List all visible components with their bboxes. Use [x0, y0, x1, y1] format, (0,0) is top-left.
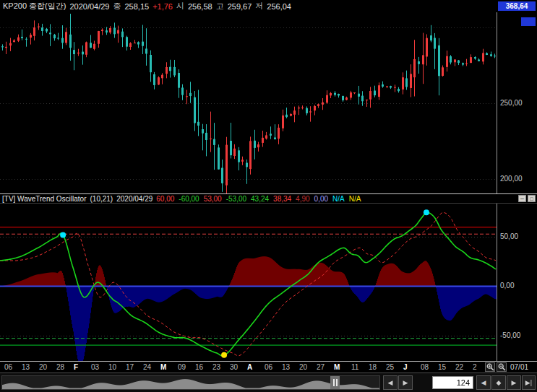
oscillator-value: 38,34: [273, 195, 291, 203]
open-label: 시: [176, 1, 184, 12]
time-axis-label: F: [74, 363, 78, 371]
page-marker-button[interactable]: ◆: [491, 375, 506, 390]
oscillator-value: 60,00: [156, 195, 174, 203]
low-value: 256,04: [267, 2, 291, 11]
chart-title-bar: KP200 종합(일간) 2020/04/29 종 258,15 +1,76 시…: [0, 0, 537, 12]
zoom-in-icon[interactable]: [485, 362, 495, 372]
time-axis-label: 06: [265, 363, 272, 371]
time-axis-label: 20: [39, 363, 47, 371]
scroll-right-button[interactable]: ▶: [398, 375, 413, 390]
page-forward-button[interactable]: ▶: [507, 375, 521, 390]
time-axis-label: 13: [282, 363, 290, 371]
time-axis-label: 13: [22, 363, 30, 371]
oscillator-axis-label: -50,00: [500, 331, 520, 339]
change-value: +1,76: [152, 2, 173, 11]
close-label: 종: [113, 1, 121, 12]
time-axis-label: M: [334, 363, 340, 371]
axis-end-date: 07/01: [510, 363, 528, 371]
time-axis-label: 17: [126, 363, 134, 371]
scrollbar-minimap: [2, 376, 379, 389]
high-label: 고: [216, 1, 224, 12]
time-axis-label: 27: [317, 363, 325, 371]
oscillator-axis-label: 0,00: [500, 282, 514, 289]
time-axis-label: 03: [91, 363, 99, 371]
low-label: 저: [255, 1, 263, 12]
price-axis[interactable]: 250,00200,00: [497, 12, 537, 193]
page-back-button[interactable]: ◀: [476, 375, 491, 390]
oscillator-axis-label: 50,00: [500, 232, 518, 240]
time-axis-label: 25: [386, 363, 394, 371]
close-value: 258,15: [124, 2, 149, 11]
bottom-toolbar: ◀ ▶ ◀ ◆ ▶ ▶|: [0, 373, 537, 392]
page-end-button[interactable]: ▶|: [522, 375, 536, 390]
chart-application: KP200 종합(일간) 2020/04/29 종 258,15 +1,76 시…: [0, 0, 537, 392]
chart-scrollbar[interactable]: [1, 375, 380, 390]
time-axis-label: 08: [421, 363, 429, 371]
time-axis-label: 09: [178, 363, 186, 371]
time-axis-label: 18: [369, 363, 377, 371]
candlestick-chart[interactable]: [0, 12, 497, 193]
scroll-left-button[interactable]: ◀: [383, 375, 398, 390]
time-axis-label: 2: [473, 363, 477, 371]
time-axis-label: 22: [455, 363, 463, 371]
time-axis-label: M: [160, 363, 166, 371]
price-axis-marker: [521, 17, 536, 26]
oscillator-value: N/A: [349, 195, 361, 203]
time-axis-label: 06: [4, 363, 12, 371]
time-axis-label: 28: [56, 363, 64, 371]
oscillator-axis[interactable]: 50,000,00-50,00: [497, 204, 537, 361]
oscillator-header[interactable]: [TV] WaveTrend Oscillator (10,21) 2020/0…: [0, 193, 537, 204]
quote-date: 2020/04/29: [69, 2, 109, 11]
time-axis-label: 24: [143, 363, 151, 371]
oscillator-params: (10,21): [90, 195, 113, 203]
oscillator-value: 4,90: [296, 195, 309, 203]
time-axis-label: 16: [195, 363, 203, 371]
panel-minimize-button[interactable]: ─: [518, 195, 526, 202]
time-axis-label: A: [247, 363, 252, 371]
wavetrend-oscillator-chart[interactable]: [0, 204, 497, 361]
zoom-out-icon[interactable]: [497, 362, 507, 372]
time-axis-label: 11: [351, 363, 358, 371]
oscillator-date: 2020/04/29: [116, 195, 152, 203]
time-axis-label: 15: [438, 363, 446, 371]
oscillator-value: -53,00: [226, 195, 246, 203]
price-axis-label: 250,00: [500, 99, 523, 107]
time-axis-label: 30: [230, 363, 238, 371]
open-value: 256,58: [188, 2, 212, 11]
scrollbar-thumb-grip[interactable]: [330, 376, 340, 389]
price-axis-label: 200,00: [500, 175, 523, 183]
panel-window-buttons: ─ □: [518, 195, 536, 202]
time-axis-label: 20: [299, 363, 307, 371]
panel-maximize-button[interactable]: □: [528, 195, 536, 202]
time-axis[interactable]: 06132028F03101724M09162330A06132027M1118…: [0, 361, 537, 373]
symbol-name: KP200 종합(일간): [3, 1, 66, 12]
high-value: 259,67: [228, 2, 252, 11]
oscillator-value: -60,00: [179, 195, 199, 203]
oscillator-value: N/A: [332, 195, 345, 203]
time-axis-label: J: [403, 363, 408, 371]
visible-candle-count-input[interactable]: [432, 376, 473, 389]
price-axis-badge: 368,64: [498, 1, 536, 11]
time-axis-label: 23: [212, 363, 220, 371]
oscillator-value: 0,00: [314, 195, 328, 203]
time-axis-label: 10: [108, 363, 116, 371]
oscillator-value: 53,00: [204, 195, 222, 203]
oscillator-values: 60,00-60,0053,00-53,0043,2438,344,900,00…: [156, 195, 361, 203]
oscillator-value: 43,24: [251, 195, 269, 203]
oscillator-title: [TV] WaveTrend Oscillator: [2, 195, 87, 203]
